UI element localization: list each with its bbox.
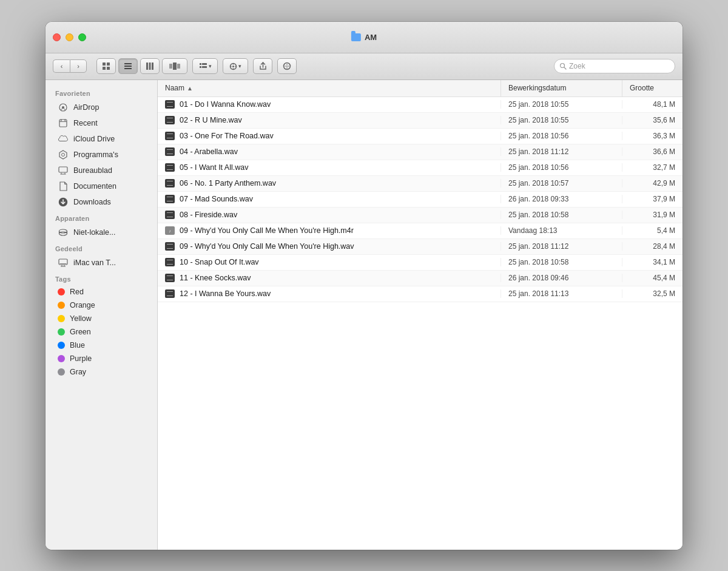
wav-icon bbox=[165, 274, 175, 282]
file-name: 09 - Why'd You Only Call Me When You're … bbox=[180, 242, 354, 251]
svg-point-26 bbox=[561, 64, 565, 68]
file-name-cell: 03 - One For The Road.wav bbox=[158, 132, 500, 140]
sidebar-item-tag-red[interactable]: Red bbox=[48, 285, 155, 299]
back-button[interactable]: ‹ bbox=[53, 59, 70, 73]
col-name-label: Naam bbox=[165, 84, 184, 92]
file-date-cell: 25 jan. 2018 10:56 bbox=[500, 132, 622, 140]
file-list: Naam ▲ Bewerkingsdatum Grootte 01 - Do I… bbox=[158, 80, 682, 550]
table-row[interactable]: 04 - Arabella.wav 25 jan. 2018 11:12 36,… bbox=[158, 144, 682, 160]
table-row[interactable]: 11 - Knee Socks.wav 26 jan. 2018 09:46 4… bbox=[158, 271, 682, 286]
file-date-cell: 26 jan. 2018 09:46 bbox=[500, 274, 622, 282]
sidebar-item-airdrop[interactable]: AirDrop bbox=[48, 100, 155, 115]
sidebar-item-desktop[interactable]: Bureaublad bbox=[48, 163, 155, 178]
col-size-header[interactable]: Grootte bbox=[622, 80, 682, 96]
wav-icon bbox=[165, 179, 175, 188]
downloads-icon bbox=[58, 197, 69, 208]
file-size-cell: 42,9 M bbox=[622, 179, 682, 188]
file-size-cell: 36,3 M bbox=[622, 132, 682, 140]
column-view-button[interactable] bbox=[140, 58, 160, 74]
svg-rect-8 bbox=[149, 63, 151, 70]
sidebar-section-tags: Tags bbox=[46, 271, 157, 285]
sidebar-item-recent[interactable]: Recent bbox=[48, 115, 155, 131]
search-placeholder: Zoek bbox=[569, 62, 585, 70]
sidebar-item-tag-green[interactable]: Green bbox=[48, 325, 155, 339]
wav-icon bbox=[165, 116, 175, 124]
action-button[interactable]: ▾ bbox=[223, 58, 248, 74]
tag-dot-blue bbox=[58, 342, 65, 349]
file-date-cell: 25 jan. 2018 10:55 bbox=[500, 116, 622, 124]
share-button[interactable] bbox=[253, 58, 272, 74]
file-icon: ♪ bbox=[165, 226, 175, 235]
wav-icon bbox=[165, 211, 175, 219]
table-row[interactable]: 01 - Do I Wanna Know.wav 25 jan. 2018 10… bbox=[158, 97, 682, 113]
file-icon bbox=[165, 179, 175, 188]
table-row[interactable]: 10 - Snap Out Of It.wav 25 jan. 2018 10:… bbox=[158, 255, 682, 271]
file-date-cell: 25 jan. 2018 11:12 bbox=[500, 147, 622, 156]
file-date-cell: 25 jan. 2018 10:58 bbox=[500, 211, 622, 219]
file-name-cell: 01 - Do I Wanna Know.wav bbox=[158, 100, 500, 109]
tag-dot-green bbox=[58, 328, 65, 336]
sidebar-section-gedeeld: Gedeeld bbox=[46, 240, 157, 255]
sidebar-item-programs[interactable]: Programma's bbox=[48, 147, 155, 163]
file-name: 08 - Fireside.wav bbox=[180, 211, 237, 219]
nav-buttons: ‹ › bbox=[53, 59, 87, 73]
minimize-button[interactable] bbox=[66, 33, 73, 41]
sidebar-label-recent: Recent bbox=[73, 119, 98, 127]
table-row[interactable]: 03 - One For The Road.wav 25 jan. 2018 1… bbox=[158, 129, 682, 144]
table-row[interactable]: 05 - I Want It All.wav 25 jan. 2018 10:5… bbox=[158, 160, 682, 176]
table-row[interactable]: 09 - Why'd You Only Call Me When You're … bbox=[158, 239, 682, 255]
table-row[interactable]: 02 - R U Mine.wav 25 jan. 2018 10:55 35,… bbox=[158, 113, 682, 129]
search-box[interactable]: Zoek bbox=[554, 59, 675, 73]
file-size-cell: 28,4 M bbox=[622, 242, 682, 251]
svg-line-27 bbox=[564, 67, 566, 69]
sidebar-item-icloud[interactable]: iCloud Drive bbox=[48, 131, 155, 147]
file-name-cell: 06 - No. 1 Party Anthem.wav bbox=[158, 179, 500, 188]
table-row[interactable]: ♪ 09 - Why'd You Only Call Me When You'r… bbox=[158, 223, 682, 239]
col-date-header[interactable]: Bewerkingsdatum bbox=[500, 80, 622, 96]
table-row[interactable]: 08 - Fireside.wav 25 jan. 2018 10:58 31,… bbox=[158, 208, 682, 223]
file-date-cell: 25 jan. 2018 10:55 bbox=[500, 100, 622, 109]
sidebar-item-tag-blue[interactable]: Blue bbox=[48, 339, 155, 352]
file-name: 06 - No. 1 Party Anthem.wav bbox=[180, 179, 276, 188]
sidebar-item-documents[interactable]: Documenten bbox=[48, 178, 155, 194]
sidebar-item-imac[interactable]: iMac van T... bbox=[48, 255, 155, 271]
sidebar-section-favorieten: Favorieten bbox=[46, 85, 157, 100]
col-name-header[interactable]: Naam ▲ bbox=[158, 80, 500, 96]
svg-rect-5 bbox=[124, 66, 132, 67]
table-row[interactable]: 12 - I Wanna Be Yours.wav 25 jan. 2018 1… bbox=[158, 286, 682, 302]
forward-button[interactable]: › bbox=[70, 59, 87, 73]
table-row[interactable]: 06 - No. 1 Party Anthem.wav 25 jan. 2018… bbox=[158, 176, 682, 192]
col-date-label: Bewerkingsdatum bbox=[508, 84, 566, 92]
svg-point-43 bbox=[59, 229, 67, 233]
maximize-button[interactable] bbox=[78, 33, 86, 41]
sidebar-item-downloads[interactable]: Downloads bbox=[48, 194, 155, 210]
icon-view-button[interactable] bbox=[96, 58, 116, 74]
sidebar-item-tag-purple[interactable]: Purple bbox=[48, 352, 155, 365]
file-icon bbox=[165, 274, 175, 282]
list-view-button[interactable] bbox=[118, 58, 138, 74]
svg-rect-30 bbox=[59, 120, 67, 127]
arrange-button[interactable]: ▾ bbox=[192, 58, 218, 74]
folder-icon bbox=[351, 33, 361, 41]
file-name: 02 - R U Mine.wav bbox=[180, 116, 242, 124]
sidebar-item-notlocal[interactable]: Niet-lokale... bbox=[48, 225, 155, 240]
tag-dot-yellow bbox=[58, 315, 65, 322]
sidebar-item-tag-yellow[interactable]: Yellow bbox=[48, 312, 155, 325]
file-name: 09 - Why'd You Only Call Me When You're … bbox=[180, 226, 354, 235]
programs-icon bbox=[58, 149, 69, 160]
table-row[interactable]: 07 - Mad Sounds.wav 26 jan. 2018 09:33 3… bbox=[158, 192, 682, 208]
file-icon bbox=[165, 242, 175, 251]
file-icon bbox=[165, 132, 175, 140]
sidebar-section-apparaten: Apparaten bbox=[46, 210, 157, 225]
sidebar-item-tag-orange[interactable]: Orange bbox=[48, 299, 155, 312]
file-size-cell: 48,1 M bbox=[622, 100, 682, 109]
imac-icon bbox=[58, 257, 69, 268]
m4r-icon: ♪ bbox=[165, 226, 175, 235]
coverflow-view-button[interactable] bbox=[162, 58, 187, 74]
tag-dot-red bbox=[58, 288, 65, 296]
sidebar-item-tag-gray[interactable]: Gray bbox=[48, 365, 155, 379]
disk-icon bbox=[58, 227, 69, 238]
close-button[interactable] bbox=[53, 33, 61, 41]
svg-rect-4 bbox=[124, 63, 132, 64]
tag-button[interactable] bbox=[277, 58, 297, 74]
